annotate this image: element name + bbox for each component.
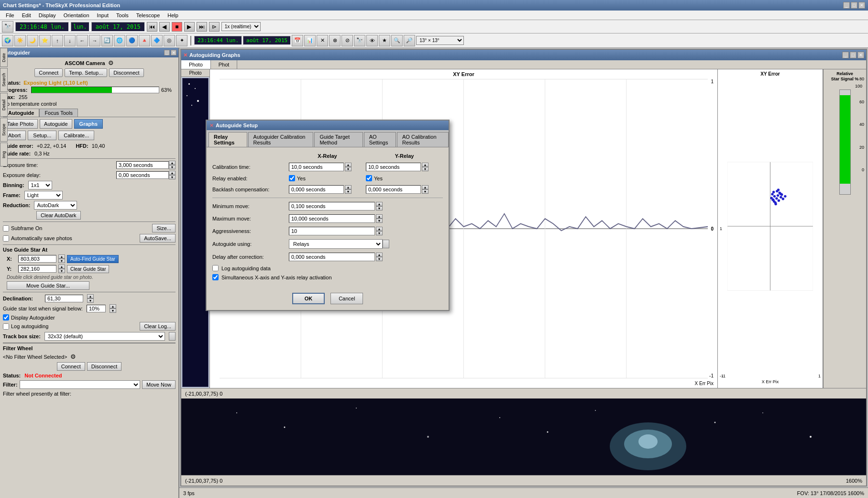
tool-2[interactable]: ☀️: [14, 35, 26, 46]
gear-icon[interactable]: ⚙: [108, 59, 114, 66]
side-tab-img[interactable]: Img: [0, 143, 8, 166]
tool-13[interactable]: 🔷: [151, 35, 163, 46]
side-tab-date[interactable]: Date: [0, 48, 8, 67]
tool-11[interactable]: 🔵: [126, 35, 138, 46]
guide-lost-input[interactable]: [87, 305, 106, 312]
move-guide-star-btn[interactable]: Move Guide Star...: [7, 281, 89, 290]
back-y-spin-down[interactable]: ▼: [422, 189, 429, 194]
backlash-y-input[interactable]: [366, 185, 421, 194]
tool-4[interactable]: ⭐: [39, 35, 51, 46]
tool-cal[interactable]: 📅: [292, 35, 303, 46]
relay-enabled-x-checkbox[interactable]: [289, 175, 295, 181]
tool-x2[interactable]: ⊗: [329, 35, 341, 46]
tab-focus-tools[interactable]: Focus Tools: [39, 109, 78, 117]
delay-spin-down[interactable]: ▼: [169, 175, 176, 179]
tool-9[interactable]: 🔄: [101, 35, 113, 46]
tool-scope[interactable]: 🔭: [354, 35, 365, 46]
fw-disconnect-btn[interactable]: Disconnect: [87, 362, 121, 371]
menu-file[interactable]: File: [2, 11, 18, 19]
nav-back[interactable]: ◀: [159, 22, 170, 32]
cal-y-spin-up[interactable]: ▲: [422, 163, 429, 167]
backlash-x-input[interactable]: [289, 185, 344, 194]
display-autoguider-checkbox[interactable]: [3, 314, 9, 321]
log-autoguiding-checkbox[interactable]: [3, 323, 9, 330]
tab-autoguide[interactable]: Autoguide: [3, 109, 39, 117]
toolbar-icon-1[interactable]: 🔭: [2, 21, 13, 33]
back-y-spin-up[interactable]: ▲: [422, 185, 429, 189]
frame-select[interactable]: Light: [24, 191, 63, 199]
panel-minimize[interactable]: _: [164, 50, 170, 55]
y-input[interactable]: [18, 265, 56, 273]
autoguide-using-scroll[interactable]: [383, 240, 389, 248]
clear-guide-btn[interactable]: Clear Guide Star: [67, 265, 109, 273]
delay-input[interactable]: [289, 253, 375, 261]
graphs-minimize[interactable]: _: [842, 52, 849, 58]
minimize-btn[interactable]: _: [843, 2, 850, 9]
dialog-tab-ao[interactable]: AO Settings: [364, 132, 396, 147]
reduction-select[interactable]: AutoDark: [34, 201, 77, 210]
menu-telescope[interactable]: Telescope: [132, 11, 164, 19]
cal-y-spin-down[interactable]: ▼: [422, 167, 429, 171]
max-move-input[interactable]: [289, 214, 375, 223]
side-tab-scope[interactable]: Scope: [0, 118, 8, 142]
max-spin-up[interactable]: ▲: [376, 214, 383, 219]
calibrate-btn[interactable]: Calibrate...: [58, 131, 94, 140]
menu-orientation[interactable]: Orientation: [60, 11, 93, 19]
tool-15[interactable]: ✦: [176, 35, 187, 46]
track-box-scroll[interactable]: [169, 332, 176, 341]
tool-14[interactable]: ◎: [164, 35, 175, 46]
relay-enabled-y-checkbox[interactable]: [366, 175, 372, 181]
dialog-cancel-btn[interactable]: Cancel: [330, 293, 363, 304]
decl-spin-up[interactable]: ▲: [87, 294, 94, 299]
temp-setup-btn[interactable]: Temp. Setup...: [65, 68, 107, 77]
autosave-checkbox[interactable]: [3, 235, 9, 242]
x-spin-up[interactable]: ▲: [58, 255, 65, 259]
graphs-btn[interactable]: Graphs: [74, 119, 103, 129]
nav-rewind[interactable]: ⏮: [147, 22, 157, 32]
move-now-btn[interactable]: Move Now: [142, 380, 176, 389]
binning-select[interactable]: 1x1: [28, 181, 52, 189]
min-spin-up[interactable]: ▲: [376, 202, 383, 206]
aggressiveness-input[interactable]: [289, 227, 375, 235]
dialog-ok-btn[interactable]: OK: [292, 293, 325, 304]
delay-spin-up2[interactable]: ▲: [376, 253, 383, 257]
calibration-time-y-input[interactable]: [366, 163, 421, 171]
exp-spin-down[interactable]: ▼: [169, 165, 176, 169]
back-x-spin-down[interactable]: ▼: [345, 189, 352, 194]
take-photo-btn[interactable]: Take Photo: [3, 119, 38, 129]
agg-spin-up[interactable]: ▲: [376, 227, 383, 231]
side-tab-search[interactable]: Search: [0, 68, 8, 92]
nav-stop[interactable]: ■: [172, 22, 182, 32]
tool-eyepiece[interactable]: 👁: [366, 35, 378, 46]
menu-input[interactable]: Input: [93, 11, 112, 19]
tool-10[interactable]: 🌐: [114, 35, 125, 46]
delay-spin-up[interactable]: ▲: [169, 171, 176, 175]
autosave-btn[interactable]: AutoSave...: [140, 234, 176, 243]
subframe-checkbox[interactable]: [3, 225, 9, 232]
x-spin-down[interactable]: ▼: [58, 259, 65, 263]
auto-find-btn[interactable]: Auto-Find Guide Star: [67, 255, 119, 263]
lost-spin-down[interactable]: ▼: [110, 309, 116, 313]
tool-5[interactable]: ↑: [52, 35, 63, 46]
tool-x3[interactable]: ⊘: [341, 35, 353, 46]
tool-zoom-in[interactable]: 🔍: [391, 35, 403, 46]
log-data-checkbox[interactable]: [212, 265, 219, 271]
tool-zoom-out[interactable]: 🔎: [404, 35, 415, 46]
max-spin-down[interactable]: ▼: [376, 219, 383, 223]
filter-select[interactable]: [20, 380, 140, 389]
agg-spin-down[interactable]: ▼: [376, 231, 383, 235]
camera-disconnect-btn[interactable]: Disconnect: [109, 68, 143, 77]
tool-7[interactable]: ←: [77, 35, 88, 46]
y-spin-up[interactable]: ▲: [58, 265, 65, 269]
setup-btn[interactable]: Setup...: [28, 131, 56, 140]
y-spin-down[interactable]: ▼: [58, 269, 65, 273]
min-spin-down[interactable]: ▼: [376, 206, 383, 210]
x-input[interactable]: [18, 255, 56, 263]
graph-tab-photo[interactable]: Photo: [181, 60, 211, 69]
fw-gear-icon[interactable]: ⚙: [70, 353, 76, 360]
clear-log-btn[interactable]: Clear Log...: [140, 322, 176, 331]
tool-1[interactable]: 🌍: [2, 35, 13, 46]
menu-tools[interactable]: Tools: [112, 11, 132, 19]
fw-connect-btn[interactable]: Connect: [57, 362, 85, 371]
calibration-time-x-input[interactable]: [289, 163, 344, 171]
